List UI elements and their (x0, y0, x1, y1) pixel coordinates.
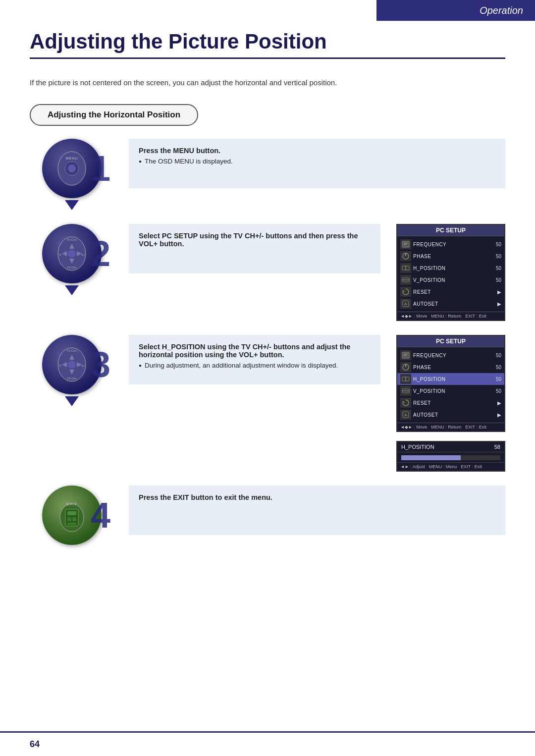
pc-setup-row-hpos-s3-selected: H_POSITION 50 (397, 373, 504, 385)
icon-vpos (400, 275, 411, 285)
step-1-remote: MENU 1 (42, 139, 102, 198)
pc-setup-box-step3: PC SETUP FREQUENCY 50 (396, 335, 505, 432)
step-4-left: EXIT 4 (30, 486, 114, 545)
pc-setup-row-phase: PHASE 50 (397, 250, 504, 262)
svg-text:V-: V- (59, 364, 62, 367)
step-2-left: TV CH+ TV CH- V- V+ 2 (30, 224, 114, 295)
step-3-detail: During adjustment, an additional adjustm… (139, 362, 371, 369)
label-autoset-s3: AUTOSET (413, 412, 495, 418)
value-phase: 50 (496, 254, 501, 259)
footer-exit-step2: EXIT : Exit (465, 314, 486, 319)
h-position-bar (401, 455, 500, 460)
step-3-number: 3 (91, 347, 110, 382)
svg-text:TV CH-: TV CH- (67, 266, 77, 269)
pc-setup-box-step2: PC SETUP FREQUENCY 50 PHASE 50 (396, 224, 505, 321)
svg-point-35 (68, 361, 76, 369)
step-1-number: 1 (91, 151, 110, 186)
pc-setup-row-autoset-s3: A AUTOSET ▶ (397, 409, 504, 421)
page-title: Adjusting the Picture Position (30, 30, 505, 59)
step-3-remote: TV CH+ TV CH- V- V+ 3 (42, 335, 102, 394)
svg-text:V+: V+ (81, 253, 85, 256)
page-title-area: Adjusting the Picture Position (30, 30, 505, 59)
icon-phase-s3 (400, 362, 411, 372)
pc-setup-title-step3: PC SETUP (397, 336, 504, 347)
h-position-bar-fill (401, 455, 461, 460)
step-2-row: TV CH+ TV CH- V- V+ 2 Sele (30, 224, 505, 321)
page-footer: 64 (0, 731, 535, 756)
step-1-detail: The OSD MENU is displayed. (139, 158, 495, 165)
step-1-icon-wrapper: MENU 1 (42, 139, 102, 198)
step-2-content: Select PC SETUP using the TV CH+/- butto… (129, 224, 380, 273)
h-position-exit-label: EXIT : Exit (461, 464, 482, 469)
icon-autoset-s3: A (400, 410, 411, 420)
step-1-left: MENU 1 (30, 139, 114, 210)
label-autoset: AUTOSET (413, 301, 495, 307)
pc-setup-footer-step2: ◄◆► : Move MENU : Return EXIT : Exit (397, 312, 504, 320)
step-4-number: 4 (91, 497, 110, 533)
svg-rect-52 (67, 517, 71, 521)
menu-remote-icon: MENU (54, 149, 89, 188)
label-freq: FREQUENCY (413, 242, 494, 247)
pc-setup-row-reset: RESET ▶ (397, 286, 504, 298)
section-heading-box: Adjusting the Horizontal Position (30, 104, 198, 126)
icon-hpos-s3 (400, 374, 411, 384)
footer-exit-step3: EXIT : Exit (465, 425, 486, 430)
h-position-adjust-label: ◄► : Adjust (400, 464, 425, 469)
svg-text:A: A (404, 302, 407, 306)
icon-freq (400, 239, 411, 249)
step-3-left: TV CH+ TV CH- V- V+ 3 (30, 335, 114, 406)
h-position-header: H_POSITION 58 (397, 442, 504, 452)
footer-menu-step3: MENU : Return (431, 425, 461, 430)
svg-text:TV CH+: TV CH+ (66, 238, 77, 241)
h-position-bar-row (397, 452, 504, 462)
label-phase: PHASE (413, 254, 494, 259)
label-phase-s3: PHASE (413, 365, 494, 370)
footer-text-step2: ◄◆► : Move (400, 314, 427, 319)
h-position-row: H_POSITION 58 ◄► : Adjust MENU : Menu EX… (129, 437, 505, 472)
value-vpos: 50 (496, 277, 501, 283)
icon-hpos (400, 263, 411, 273)
step-4-icon-wrapper: EXIT 4 (42, 486, 102, 545)
pc-setup-row-phase-s3: PHASE 50 (397, 361, 504, 373)
svg-text:TV CH+: TV CH+ (66, 349, 77, 352)
step-1-arrow (65, 200, 79, 210)
pc-setup-row-vpos: V_POSITION 50 (397, 274, 504, 286)
icon-reset (400, 287, 411, 297)
h-position-value: 58 (494, 444, 500, 450)
value-autoset-s3: ▶ (497, 412, 501, 418)
value-freq-s3: 50 (496, 353, 501, 358)
step-3-icon-wrapper: TV CH+ TV CH- V- V+ 3 (42, 335, 102, 394)
value-autoset: ▶ (497, 301, 501, 307)
svg-rect-54 (67, 523, 76, 525)
nav-remote-icon: TV CH+ TV CH- V- V+ (54, 234, 89, 273)
icon-reset-s3 (400, 398, 411, 408)
value-freq: 50 (496, 242, 501, 247)
step-2-icon-wrapper: TV CH+ TV CH- V- V+ 2 (42, 224, 102, 283)
pc-setup-row-reset-s3: RESET ▶ (397, 397, 504, 409)
step-4-instruction: Press the EXIT button to exit the menu. (139, 493, 495, 501)
step-1-instruction: Press the MENU button. (139, 147, 495, 155)
step-2-number: 2 (91, 236, 110, 271)
step-3-content-row: Select H_POSITION using the TV CH+/- but… (129, 335, 505, 432)
step-2-arrow (65, 285, 79, 295)
page-number: 64 (30, 739, 40, 750)
footer-text-step3: ◄◆► : Move (400, 425, 427, 430)
icon-vpos-s3 (400, 386, 411, 396)
step-4-content: Press the EXIT button to exit the menu. (129, 486, 505, 535)
step-4-remote: EXIT 4 (42, 486, 102, 545)
label-hpos-s3: H_POSITION (413, 377, 494, 382)
step-1-content: Press the MENU button. The OSD MENU is d… (129, 139, 505, 188)
svg-marker-45 (403, 401, 405, 403)
pc-setup-title-step2: PC SETUP (397, 225, 504, 236)
pc-setup-footer-step3: ◄◆► : Move MENU : Return EXIT : Exit (397, 423, 504, 431)
label-vpos-s3: V_POSITION (413, 388, 494, 394)
label-freq-s3: FREQUENCY (413, 353, 494, 358)
icon-freq-s3 (400, 350, 411, 360)
svg-rect-51 (67, 511, 76, 515)
h-position-menu-label: MENU : Menu (429, 464, 457, 469)
step-3-content: Select H_POSITION using the TV CH+/- but… (129, 335, 380, 384)
h-position-adjustment-box: H_POSITION 58 ◄► : Adjust MENU : Menu EX… (396, 441, 505, 472)
svg-point-3 (68, 164, 76, 172)
label-vpos: V_POSITION (413, 277, 494, 283)
pc-setup-row-freq-s3: FREQUENCY 50 (397, 349, 504, 361)
